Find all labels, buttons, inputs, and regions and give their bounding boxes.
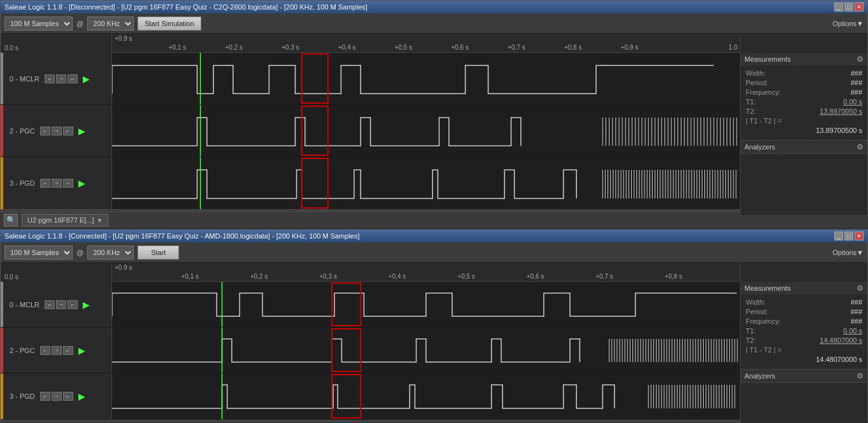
color-bar-3	[1, 157, 3, 209]
tick2-5: +0,5 s	[457, 273, 475, 280]
ctrl-btn-w2-3a[interactable]: ⌐	[40, 392, 50, 401]
ctrl-btn-3a[interactable]: ⌐	[40, 179, 50, 188]
freq-select-1[interactable]: 200 KHz	[87, 17, 134, 31]
tab-label-1: U2 pgm 16F877 E[...]	[27, 216, 94, 224]
analyzers-section-2: Analyzers ⚙	[741, 370, 867, 383]
play-btn-w2-3[interactable]: ▶	[78, 391, 85, 401]
close-btn-1[interactable]: ✕	[855, 3, 864, 11]
ruler2-t0: 0.0 s	[4, 274, 18, 281]
tab-dropdown-1[interactable]: ▼	[97, 217, 103, 224]
ctrl-btn-w2-2b[interactable]: ¬	[52, 346, 62, 355]
ctrl-btn-2a[interactable]: ⌐	[40, 127, 50, 135]
analyzers-header-1[interactable]: Analyzers ⚙	[741, 141, 867, 153]
channel-btns-2: ⌐ ¬ ⌐	[40, 127, 73, 135]
ruler1-neg: +0.9 s	[112, 35, 132, 42]
ctrl-btn-2c[interactable]: ⌐	[63, 127, 73, 135]
window1-title: Saleae Logic 1.1.8 - [Disconnected] - [U…	[4, 3, 367, 11]
meas-diff-val-1: 13.89700500 s	[746, 127, 862, 134]
minimize-btn-2[interactable]: _	[834, 232, 843, 240]
waveform-w2-0[interactable]	[112, 282, 740, 327]
options-btn-1[interactable]: Options▼	[832, 20, 864, 27]
analyzer-gear-2[interactable]: ⚙	[857, 371, 864, 380]
channel-label-w2-2: 2 - PGC ⌐ ¬ ⌐ ▶	[1, 328, 112, 373]
ctrl-btn-w2-0b[interactable]: ¬	[56, 300, 66, 309]
tick2-2: +0,2 s	[250, 273, 268, 280]
window2: Saleae Logic 1.1.8 - [Connected] - [U2 p…	[0, 229, 868, 421]
diff-val-2: 14.48070000 s	[816, 356, 862, 363]
ctrl-btn-w2-0c[interactable]: ⌐	[68, 300, 78, 309]
waveform-svg-0	[112, 53, 740, 104]
gear-icon-2[interactable]: ⚙	[857, 284, 864, 293]
gear-icon-1[interactable]: ⚙	[857, 55, 864, 64]
play-btn-w2-0[interactable]: ▶	[83, 300, 90, 310]
ctrl-btn-w2-3b[interactable]: ¬	[52, 392, 62, 401]
tick1-5: +0,5 s	[395, 44, 413, 51]
waveform-w2-2[interactable]	[112, 328, 740, 373]
channel-label-w2-0: 0 - MCLR ⌐ ¬ ⌐ ▶	[1, 282, 112, 327]
maximize-btn-1[interactable]: □	[844, 3, 853, 11]
time-ruler-1: +0.9 s +0,1 s +0,2 s +0,3 s +0,4 s +0,5 …	[112, 34, 740, 53]
meas-t1-2: T1: 0.00 s	[746, 327, 862, 335]
ctrl-btn-w2-3c[interactable]: ⌐	[63, 392, 73, 401]
play-btn-2[interactable]: ▶	[78, 126, 85, 136]
ctrl-btn-0a[interactable]: ⌐	[45, 74, 55, 83]
samples-select-2[interactable]: 100 M Samples	[4, 246, 73, 260]
maximize-btn-2[interactable]: □	[844, 232, 853, 240]
ctrl-btn-w2-2c[interactable]: ⌐	[63, 346, 73, 355]
ctrl-btn-0c[interactable]: ⌐	[68, 74, 78, 83]
measurements-header-2[interactable]: Measurements ⚙	[741, 282, 867, 295]
meas-period-1: Period: ###	[746, 79, 862, 87]
tick1-10: 1.0	[729, 44, 737, 51]
channel-label-2: 2 - PGC ⌐ ¬ ⌐ ▶	[1, 105, 112, 156]
measurements-header-1[interactable]: Measurements ⚙	[741, 53, 867, 66]
waveform-svg-w2-2	[112, 328, 740, 373]
ctrl-btn-w2-0a[interactable]: ⌐	[45, 300, 55, 309]
channel-id-2: 2 - PGC	[10, 127, 35, 135]
start-button-2[interactable]: Start	[138, 246, 179, 260]
measurements-content-2: Width: ### Period: ### Frequency: ###	[741, 295, 867, 369]
meas-width-2: Width: ###	[746, 298, 862, 306]
ctrl-btn-3c[interactable]: ⌐	[63, 179, 73, 188]
ctrl-btn-0b[interactable]: ¬	[56, 74, 66, 83]
freq-label-1: Frequency:	[746, 88, 781, 96]
meas-t2-2: T2: 14.4807000 s	[746, 336, 862, 344]
options-btn-2[interactable]: Options▼	[832, 249, 864, 256]
analyzers-header-2[interactable]: Analyzers ⚙	[741, 370, 867, 382]
samples-select-1[interactable]: 100 M Samples	[4, 17, 73, 31]
tick1-3: +0,3 s	[281, 44, 299, 51]
tick2-6: +0,6 s	[527, 273, 544, 280]
tick1-4: +0,4 s	[338, 44, 356, 51]
play-btn-0[interactable]: ▶	[83, 74, 90, 84]
svg-rect-99	[302, 158, 328, 208]
start-simulation-button[interactable]: Start Simulation	[138, 17, 201, 31]
waveform-3[interactable]	[112, 157, 740, 209]
t1-label-1: T1:	[746, 98, 756, 106]
analyzers-title-1: Analyzers	[744, 143, 775, 151]
waveform-2[interactable]	[112, 105, 740, 156]
waveform-0[interactable]	[112, 53, 740, 104]
meas-diff-2: | T1 - T2 | =	[746, 346, 862, 354]
play-btn-3[interactable]: ▶	[78, 178, 85, 188]
color-bar-w2-3	[1, 373, 3, 419]
channel-row-0: 0 - MCLR ⌐ ¬ ⌐ ▶	[1, 53, 740, 105]
freq-select-2[interactable]: 200 KHz	[87, 246, 134, 260]
ctrl-btn-3b[interactable]: ¬	[52, 179, 62, 188]
measurements-title-1: Measurements	[744, 55, 791, 63]
play-btn-w2-2[interactable]: ▶	[78, 345, 85, 356]
minimize-btn-1[interactable]: _	[834, 3, 843, 11]
search-button[interactable]: 🔍	[4, 214, 18, 226]
close-btn-2[interactable]: ✕	[855, 232, 864, 240]
time-ruler-2: +0.9 s +0,1 s +0,2 s +0,3 s +0,4 s +0,5 …	[112, 263, 740, 282]
ctrl-btn-2b[interactable]: ¬	[52, 127, 62, 135]
analyzer-gear-1[interactable]: ⚙	[857, 142, 864, 151]
ctrl-btn-w2-2a[interactable]: ⌐	[40, 346, 50, 355]
channel-row-w2-0: 0 - MCLR ⌐ ¬ ⌐ ▶	[1, 282, 740, 328]
waveform-svg-2	[112, 105, 740, 156]
waveform-w2-3[interactable]	[112, 373, 740, 419]
tab-item-1[interactable]: U2 pgm 16F877 E[...] ▼	[22, 214, 108, 226]
analyzers-title-2: Analyzers	[744, 372, 775, 380]
meas-width-1: Width: ###	[746, 69, 862, 77]
width-val-2: ###	[851, 298, 862, 306]
channel-id-3: 3 - PGD	[10, 179, 35, 187]
channel-label-w2-3: 3 - PGD ⌐ ¬ ⌐ ▶	[1, 373, 112, 419]
